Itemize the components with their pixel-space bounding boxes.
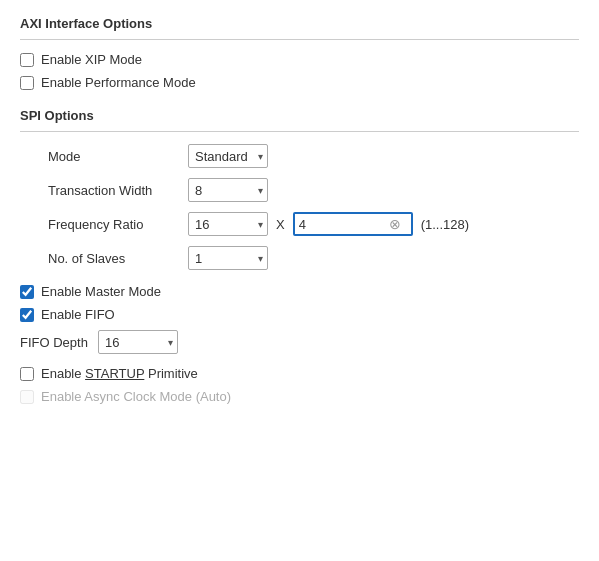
enable-async-row: Enable Async Clock Mode (Auto) [20,389,579,404]
frequency-ratio-input[interactable] [299,217,389,232]
transaction-width-select[interactable]: 8 ▾ [188,178,268,202]
enable-xip-label[interactable]: Enable XIP Mode [41,52,142,67]
fifo-depth-arrow: ▾ [168,337,173,348]
transaction-width-arrow: ▾ [258,185,263,196]
no-of-slaves-row: No. of Slaves 1 ▾ [48,246,579,270]
startup-underline: STARTUP [85,366,144,381]
enable-async-label: Enable Async Clock Mode (Auto) [41,389,231,404]
enable-async-checkbox[interactable] [20,390,34,404]
axi-divider [20,39,579,40]
fifo-depth-section: FIFO Depth 16 ▾ [20,330,579,354]
enable-master-row: Enable Master Mode [20,284,579,299]
enable-master-label[interactable]: Enable Master Mode [41,284,161,299]
fifo-depth-label: FIFO Depth [20,335,88,350]
enable-xip-row: Enable XIP Mode [20,52,579,67]
frequency-ratio-label: Frequency Ratio [48,217,178,232]
frequency-ratio-controls: 16 ▾ X ⊗ (1...128) [188,212,469,236]
clear-icon[interactable]: ⊗ [389,217,401,231]
enable-fifo-row: Enable FIFO [20,307,579,322]
no-of-slaves-label: No. of Slaves [48,251,178,266]
transaction-width-label: Transaction Width [48,183,178,198]
spi-section: SPI Options Mode Standard ▾ Transaction … [20,108,579,270]
enable-startup-row: Enable STARTUP Primitive [20,366,579,381]
enable-fifo-label[interactable]: Enable FIFO [41,307,115,322]
frequency-ratio-value: 16 [195,217,254,232]
enable-fifo-checkbox[interactable] [20,308,34,322]
enable-startup-label[interactable]: Enable STARTUP Primitive [41,366,198,381]
frequency-ratio-select[interactable]: 16 ▾ [188,212,268,236]
spi-form-grid: Mode Standard ▾ Transaction Width 8 ▾ Fr… [48,144,579,270]
frequency-ratio-arrow: ▾ [258,219,263,230]
frequency-ratio-input-container: ⊗ [293,212,413,236]
axi-section: AXI Interface Options Enable XIP Mode En… [20,16,579,90]
no-of-slaves-select[interactable]: 1 ▾ [188,246,268,270]
frequency-ratio-row: Frequency Ratio 16 ▾ X ⊗ (1...128) [48,212,579,236]
enable-performance-label[interactable]: Enable Performance Mode [41,75,196,90]
axi-section-title: AXI Interface Options [20,16,579,31]
transaction-width-row: Transaction Width 8 ▾ [48,178,579,202]
enable-startup-checkbox[interactable] [20,367,34,381]
no-of-slaves-value: 1 [195,251,254,266]
spi-divider [20,131,579,132]
mode-select-arrow: ▾ [258,151,263,162]
no-of-slaves-arrow: ▾ [258,253,263,264]
spi-section-title: SPI Options [20,108,579,123]
enable-xip-checkbox[interactable] [20,53,34,67]
mode-select-value: Standard [195,149,254,164]
fifo-depth-select[interactable]: 16 ▾ [98,330,178,354]
transaction-width-value: 8 [195,183,254,198]
fifo-depth-value: 16 [105,335,164,350]
enable-performance-row: Enable Performance Mode [20,75,579,90]
mode-select[interactable]: Standard ▾ [188,144,268,168]
enable-performance-checkbox[interactable] [20,76,34,90]
x-multiplier-label: X [276,217,285,232]
mode-label: Mode [48,149,178,164]
enable-master-checkbox[interactable] [20,285,34,299]
frequency-ratio-range: (1...128) [421,217,469,232]
mode-row: Mode Standard ▾ [48,144,579,168]
